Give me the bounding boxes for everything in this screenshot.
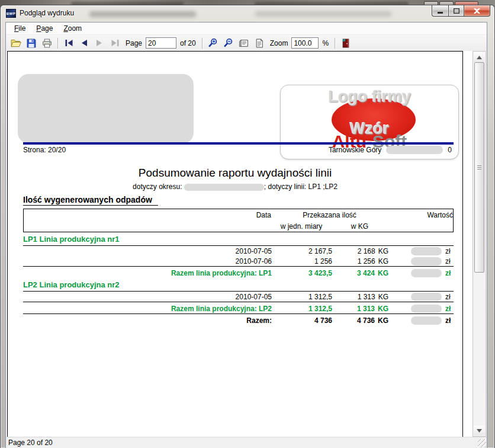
arrow-up-icon (477, 56, 482, 59)
cell-qty: 1 312,5 (272, 305, 332, 313)
redaction (411, 247, 442, 255)
open-button[interactable] (9, 37, 23, 50)
arrow-down-icon (477, 429, 482, 433)
report-page: Altu-Soft Logo firmy Wzór Strona: 20/20 … (7, 51, 463, 437)
cell-value: zł (388, 293, 454, 301)
previous-page-button[interactable] (77, 37, 91, 50)
titlebar[interactable]: BWP Podgląd wydruku (1, 5, 494, 22)
minimize-button[interactable] (432, 5, 448, 17)
header-rule (23, 142, 454, 145)
cell-kg: 3 424KG (332, 269, 388, 277)
group-name: LP2 Linia produkcyjna nr2 (23, 278, 454, 291)
cell-kg: 1 313KG (332, 293, 388, 301)
maximize-button[interactable] (448, 5, 464, 17)
cell-kg: 1 313KG (332, 305, 388, 313)
page-width-icon (239, 39, 249, 47)
glass-blur (89, 11, 196, 17)
zoom-label: Zoom (270, 39, 288, 47)
scroll-up-button[interactable] (474, 52, 485, 62)
cell-qty: 1 312,5 (272, 293, 332, 301)
menu-zoom[interactable]: Zoom (59, 23, 86, 34)
fit-width-button[interactable] (237, 37, 251, 50)
app-icon: BWP (6, 9, 16, 18)
redaction (411, 257, 442, 265)
folder-open-icon (11, 39, 21, 48)
cell-kg: 2 168KG (332, 247, 388, 255)
city-suffix: 0 (448, 146, 452, 154)
first-page-icon (65, 39, 73, 47)
resize-grip[interactable] (478, 439, 486, 447)
page-full-icon (255, 39, 263, 48)
city-line: Tarnowskie Góry 0 (329, 146, 452, 154)
toolbar-separator (335, 38, 335, 49)
magnifier-plus-icon (208, 38, 218, 48)
percent-label: % (322, 39, 329, 47)
scrollbar-thumb[interactable] (474, 62, 484, 273)
whole-page-button[interactable] (252, 37, 266, 50)
logo-watermark-line1: Logo firmy (281, 88, 458, 106)
window-controls (432, 5, 490, 17)
thumb-grip-icon (477, 165, 481, 169)
redaction (386, 146, 443, 154)
next-page-button[interactable] (92, 37, 107, 50)
desktop: BWP Podgląd wydruku File Page Zoom (0, 0, 495, 448)
logo-watermark-line2: Wzór (281, 120, 458, 138)
exit-door-icon (342, 39, 350, 48)
toolbar: Page of 20 (6, 35, 487, 51)
printer-icon (42, 39, 52, 48)
zoom-out-button[interactable] (221, 37, 236, 50)
table-row: 2010-07-05 2 167,5 2 168KG zł (23, 246, 454, 256)
scroll-down-button[interactable] (474, 425, 485, 436)
grand-total-label: Razem: (23, 316, 272, 325)
cell-qty: 3 423,5 (272, 269, 332, 277)
print-button[interactable] (40, 37, 54, 50)
status-text: Page 20 of 20 (8, 439, 53, 447)
page-info: Strona: 20/20 (23, 146, 66, 154)
page-of-label: of 20 (180, 39, 196, 47)
print-preview-window: BWP Podgląd wydruku File Page Zoom (0, 5, 495, 448)
total-label: Razem linia produkcyjna: LP1 (23, 269, 272, 277)
table-header: Data Przekazana ilość Wartość w jedn. mi… (23, 209, 454, 232)
table-row: 2010-07-05 1 312,5 1 313KG zł (23, 292, 454, 302)
city-name: Tarnowskie Góry (329, 146, 381, 154)
report-header-row: Strona: 20/20 Tarnowskie Góry 0 (23, 146, 454, 155)
vertical-scrollbar[interactable] (472, 51, 486, 437)
cell-qty: 2 167,5 (272, 247, 332, 255)
total-label: Razem linia produkcyjna: LP2 (23, 305, 272, 313)
preview-area: Altu-Soft Logo firmy Wzór Strona: 20/20 … (6, 51, 487, 437)
first-page-button[interactable] (62, 37, 76, 50)
cell-value: zł (388, 269, 454, 277)
redaction (411, 293, 442, 301)
report-title: Podsumowanie raportu wydajności linii (8, 167, 462, 180)
status-bar: Page 20 of 20 (6, 437, 487, 448)
toolbar-separator (57, 38, 58, 49)
group-total-row: Razem linia produkcyjna: LP2 1 312,5 1 3… (23, 302, 454, 313)
cell-qty: 4 736 (272, 316, 332, 325)
exit-button[interactable] (339, 37, 353, 50)
zoom-input[interactable] (291, 37, 319, 49)
col-header-value: Wartość (388, 211, 453, 219)
page-input[interactable] (146, 37, 176, 49)
magnifier-minus-icon (223, 38, 233, 48)
redaction (411, 269, 442, 277)
client-area: File Page Zoom (5, 22, 487, 448)
close-button[interactable] (464, 5, 490, 17)
group-total-row: Razem linia produkcyjna: LP1 3 423,5 3 4… (23, 267, 454, 278)
next-page-icon (95, 39, 104, 47)
zoom-in-button[interactable] (206, 37, 220, 50)
cell-value: zł (388, 247, 454, 255)
menu-page[interactable]: Page (32, 23, 57, 34)
save-button[interactable] (24, 37, 38, 50)
last-page-button[interactable] (108, 37, 122, 50)
last-page-icon (111, 39, 120, 47)
menu-file[interactable]: File (10, 23, 30, 34)
col-header-unit: w jedn. miary (271, 222, 332, 231)
cell-kg: 1 256KG (332, 257, 388, 265)
col-header-qty-group: Przekazana ilość (271, 211, 388, 219)
cell-kg: 4 736KG (332, 316, 388, 325)
cell-date: 2010-07-06 (216, 257, 272, 265)
page-label: Page (126, 39, 142, 47)
col-header-data: Data (215, 211, 271, 219)
table-row: 2010-07-06 1 256 1 256KG zł (23, 256, 454, 266)
redaction (184, 184, 264, 191)
